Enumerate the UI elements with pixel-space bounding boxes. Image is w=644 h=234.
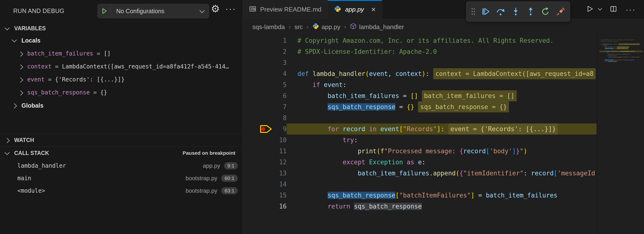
line-number: 2 [270, 46, 286, 57]
variable-value: LambdaContext([aws_request_id=a8fa412f-a… [62, 63, 229, 70]
tab-app-py[interactable]: app.py × [328, 0, 382, 19]
line-content[interactable]: # SPDX-License-Identifier: Apache-2.0 [286, 46, 596, 57]
step-into-icon[interactable] [510, 5, 522, 18]
more-actions-icon[interactable]: ··· [626, 5, 636, 14]
breakpoint-zone[interactable] [243, 168, 270, 179]
line-number: 7 [270, 101, 286, 113]
breakpoint-zone[interactable] [243, 123, 270, 134]
restart-icon[interactable] [540, 5, 551, 18]
line-content[interactable]: batch_item_failures.append({"itemIdentif… [286, 168, 596, 179]
toolbar-drag-grip[interactable] [470, 5, 476, 18]
gutter: 7 [243, 101, 286, 113]
chevron-right-icon [4, 138, 10, 143]
chevron-down-icon [195, 9, 209, 13]
watch-header-label: WATCH [14, 137, 34, 143]
line-content[interactable]: sqs_batch_response = {}sqs_batch_respons… [286, 101, 596, 113]
variable-value: [] [104, 50, 111, 57]
breakpoint-zone[interactable] [243, 57, 270, 68]
inline-debug-value: batch_item_failures = [] [422, 90, 517, 101]
call-stack-frame[interactable]: mainbootstrap.py60:1 [0, 172, 242, 185]
line-content[interactable]: except Exception as e: [286, 157, 596, 168]
code-line-9: 9for record in event["Records"]:event = … [243, 123, 596, 134]
vscode-debug-window: RUN AND DEBUG No Configurations ⚙ ··· VA… [0, 0, 644, 234]
globals-label: Globals [22, 102, 44, 109]
breakpoint-zone[interactable] [243, 35, 270, 46]
locals-scope[interactable]: Locals [0, 34, 242, 47]
breakpoint-zone[interactable] [243, 101, 270, 113]
start-debug-icon[interactable] [98, 4, 111, 18]
tab-label: app.py [345, 6, 364, 13]
variable-row-context[interactable]: context = LambdaContext([aws_request_id=… [0, 60, 242, 73]
frame-file: app.py [203, 162, 220, 169]
variables-pane-header[interactable]: VARIABLES [0, 23, 242, 34]
chevron-down-icon [4, 25, 10, 30]
paused-on-breakpoint-status: Paused on breakpoint [183, 146, 235, 159]
call-stack-pane-header[interactable]: CALL STACK Paused on breakpoint [0, 146, 242, 159]
variable-row-event[interactable]: event = {'Records': [{...}]} [0, 73, 242, 86]
chevron-down-icon [4, 150, 10, 155]
frame-position-badge: 63:1 [221, 187, 238, 194]
variable-name: context [27, 63, 52, 70]
breakpoint-zone[interactable] [243, 113, 270, 123]
call-stack-frame[interactable]: <module>bootstrap.py63:1 [0, 185, 242, 197]
inline-debug-value: sqs_batch_response = {} [418, 101, 509, 113]
line-content[interactable]: batch_item_failures = []batch_item_failu… [286, 90, 596, 101]
inline-debug-value: event = {'Records': [{...}]} [448, 123, 558, 134]
variable-name: event [27, 76, 44, 83]
continue-icon[interactable] [480, 5, 492, 18]
breadcrumb-item-app-py[interactable]: app.py [312, 23, 340, 31]
line-content[interactable]: sqs_batch_response["batchItemFailures"] … [286, 190, 596, 201]
configurations-dropdown[interactable]: No Configurations [98, 4, 209, 18]
line-content[interactable]: print(f"Processed message: {record['body… [286, 146, 596, 157]
line-content[interactable]: try: [286, 134, 596, 146]
line-content[interactable]: # Copyright Amazon.com, Inc. or its affi… [286, 35, 596, 46]
minimap[interactable]: 1# Copyright Amazon.com, Inc. or its aff… [596, 35, 644, 234]
tab-preview-readme[interactable]: Preview README.md [243, 0, 328, 19]
breadcrumb-item-lambda-handler[interactable]: lambda_handler [350, 23, 404, 31]
watch-pane-header[interactable]: WATCH [0, 133, 242, 146]
breadcrumb-item-sqs-lambda[interactable]: sqs-lambda [252, 23, 285, 31]
run-icon[interactable] [586, 5, 594, 14]
more-actions-icon[interactable]: ··· [225, 4, 236, 14]
breakpoint-zone[interactable] [243, 90, 270, 101]
globals-scope[interactable]: Globals [0, 99, 242, 112]
variable-row-sqs_batch_response[interactable]: sqs_batch_response = {} [0, 86, 242, 99]
line-content[interactable]: if event: [286, 79, 596, 90]
call-stack-frame-list: lambda_handlerapp.py9:1mainbootstrap.py6… [0, 159, 242, 197]
sidebar-title: RUN AND DEBUG [13, 7, 64, 14]
breakpoint-zone[interactable] [243, 190, 270, 201]
breakpoint-zone[interactable] [243, 201, 270, 212]
line-number: 3 [270, 57, 286, 68]
chevron-right-icon [18, 64, 23, 69]
step-over-icon[interactable] [495, 5, 506, 18]
current-line-breakpoint-icon[interactable] [260, 125, 272, 133]
variable-row-batch_item_failures[interactable]: batch_item_failures = [] [0, 47, 242, 60]
line-content[interactable] [286, 179, 596, 190]
line-number: 9 [270, 123, 286, 134]
frame-name: main [17, 175, 31, 182]
breakpoint-zone[interactable] [243, 146, 270, 157]
line-number: 12 [270, 157, 286, 168]
line-content[interactable]: return sqs_batch_response [286, 201, 596, 212]
run-dropdown-chevron-icon[interactable] [598, 7, 602, 11]
line-content[interactable] [286, 57, 596, 68]
chevron-right-icon [18, 51, 23, 56]
gear-icon[interactable]: ⚙ [211, 3, 220, 15]
breakpoint-zone[interactable] [243, 179, 270, 190]
breakpoint-zone[interactable] [243, 79, 270, 90]
step-out-icon[interactable] [525, 5, 536, 18]
breakpoint-zone[interactable] [243, 46, 270, 57]
line-content[interactable]: for record in event["Records"]:event = {… [286, 123, 596, 134]
breakpoint-zone[interactable] [243, 134, 270, 146]
breakpoint-zone[interactable] [243, 157, 270, 168]
close-icon[interactable]: × [371, 5, 376, 13]
disconnect-icon[interactable] [555, 5, 566, 18]
breadcrumb-item-src[interactable]: src [294, 23, 303, 31]
breakpoint-zone[interactable] [243, 68, 270, 79]
frame-file: bootstrap.py [186, 187, 217, 194]
split-editor-icon[interactable] [610, 5, 617, 14]
line-content[interactable]: def lambda_handler(event, context):conte… [286, 68, 596, 79]
line-content[interactable] [286, 113, 596, 123]
gutter: 8 [243, 113, 286, 123]
call-stack-frame[interactable]: lambda_handlerapp.py9:1 [0, 159, 242, 172]
